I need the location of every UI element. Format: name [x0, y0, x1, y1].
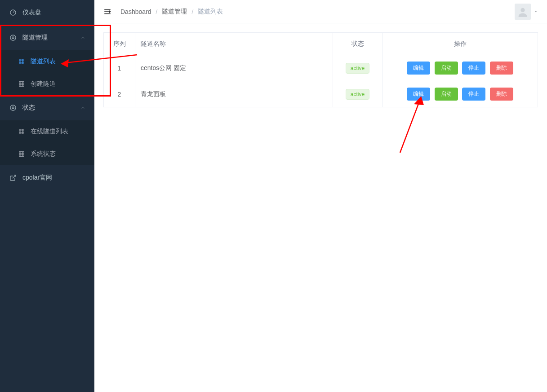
svg-rect-8 — [19, 152, 24, 157]
sidebar-item-cpolar[interactable]: cpolar官网 — [0, 165, 94, 190]
svg-point-5 — [10, 105, 16, 110]
breadcrumb-current: 隧道列表 — [198, 8, 223, 16]
sidebar-item-tunnel-list[interactable]: 隧道列表 — [0, 50, 94, 73]
sidebar-item-online-tunnel[interactable]: 在线隧道列表 — [0, 120, 94, 143]
table-row: 1 centos公网 固定 active 编辑 启动 停止 删除 — [104, 55, 538, 81]
sidebar-item-label: 系统状态 — [31, 150, 56, 158]
sidebar-item-system-status[interactable]: 系统状态 — [0, 143, 94, 165]
table-icon — [18, 150, 25, 158]
th-status: 状态 — [333, 33, 382, 55]
sidebar-item-label: 仪表盘 — [22, 9, 41, 17]
content: 序列 隧道名称 状态 操作 1 centos公网 固定 active — [94, 23, 547, 116]
topbar: Dashboard / 隧道管理 / 隧道列表 — [94, 0, 547, 23]
avatar-icon — [515, 4, 531, 20]
delete-button[interactable]: 删除 — [490, 88, 513, 101]
svg-rect-3 — [19, 59, 24, 64]
fold-menu-icon[interactable] — [103, 7, 112, 16]
th-seq: 序列 — [104, 33, 135, 55]
breadcrumb-sep: / — [156, 8, 158, 15]
cell-status: active — [333, 81, 382, 107]
table-icon — [18, 128, 25, 135]
svg-rect-4 — [19, 82, 24, 87]
breadcrumb-section[interactable]: 隧道管理 — [162, 8, 187, 16]
svg-point-9 — [520, 8, 525, 12]
edit-button[interactable]: 编辑 — [407, 62, 430, 75]
delete-button[interactable]: 删除 — [490, 62, 513, 75]
status-badge: active — [346, 89, 369, 100]
cell-name: centos公网 固定 — [135, 55, 333, 81]
stop-button[interactable]: 停止 — [462, 62, 485, 75]
sidebar-item-label: cpolar官网 — [22, 174, 52, 182]
sidebar: 仪表盘 隧道管理 隧道列表 创建隧道 — [0, 0, 94, 392]
user-menu[interactable] — [515, 4, 538, 20]
sidebar-section-status[interactable]: 状态 — [0, 95, 94, 120]
th-actions: 操作 — [382, 33, 538, 55]
sidebar-item-label: 在线隧道列表 — [31, 128, 68, 136]
cell-seq: 1 — [104, 55, 135, 81]
caret-down-icon — [534, 8, 538, 15]
table-icon — [18, 80, 25, 88]
svg-point-1 — [10, 35, 16, 40]
start-button[interactable]: 启动 — [435, 88, 458, 101]
th-name: 隧道名称 — [135, 33, 333, 55]
cell-seq: 2 — [104, 81, 135, 107]
stop-button[interactable]: 停止 — [462, 88, 485, 101]
start-button[interactable]: 启动 — [435, 62, 458, 75]
sidebar-section-tunnel[interactable]: 隧道管理 — [0, 25, 94, 50]
table-icon — [18, 58, 25, 65]
chevron-up-icon — [80, 35, 85, 40]
sidebar-item-label: 创建隧道 — [31, 80, 56, 88]
breadcrumb-sep: / — [191, 8, 193, 15]
edit-button[interactable]: 编辑 — [407, 88, 430, 101]
sidebar-item-label: 隧道列表 — [31, 57, 56, 66]
sidebar-item-tunnel-create[interactable]: 创建隧道 — [0, 73, 94, 95]
cell-actions: 编辑 启动 停止 删除 — [382, 55, 538, 81]
table-row: 2 青龙面板 active 编辑 启动 停止 删除 — [104, 81, 538, 107]
target-icon — [9, 34, 17, 42]
breadcrumb-root[interactable]: Dashboard — [120, 8, 151, 15]
chevron-up-icon — [80, 105, 85, 110]
svg-point-2 — [12, 37, 14, 39]
breadcrumb: Dashboard / 隧道管理 / 隧道列表 — [120, 8, 223, 16]
main: Dashboard / 隧道管理 / 隧道列表 序列 — [94, 0, 547, 392]
svg-point-6 — [12, 107, 14, 109]
cell-status: active — [333, 55, 382, 81]
cell-name: 青龙面板 — [135, 81, 333, 107]
external-link-icon — [9, 174, 17, 182]
sidebar-item-dashboard[interactable]: 仪表盘 — [0, 0, 94, 25]
dashboard-icon — [9, 9, 17, 17]
status-badge: active — [346, 63, 369, 74]
tunnel-table: 序列 隧道名称 状态 操作 1 centos公网 固定 active — [103, 32, 538, 107]
sidebar-section-label: 隧道管理 — [22, 34, 48, 42]
target-icon — [9, 104, 17, 112]
cell-actions: 编辑 启动 停止 删除 — [382, 81, 538, 107]
sidebar-section-label: 状态 — [22, 104, 35, 112]
svg-rect-7 — [19, 129, 24, 134]
